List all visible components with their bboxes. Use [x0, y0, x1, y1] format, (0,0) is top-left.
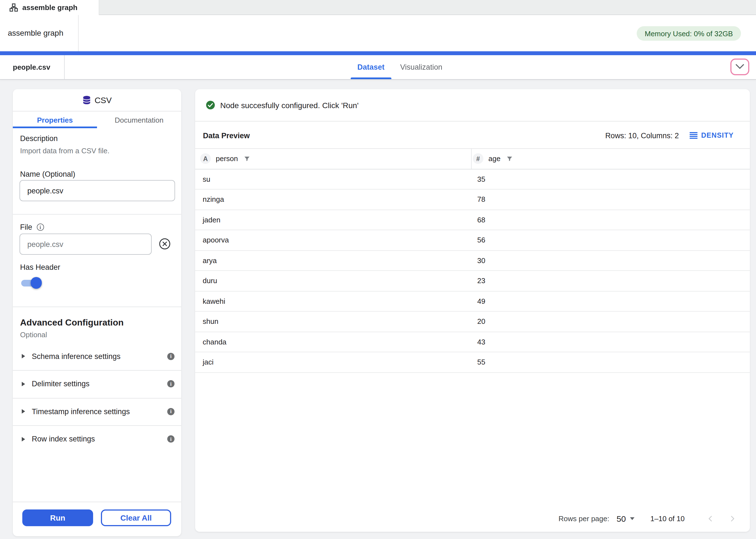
file-label-row: File	[20, 223, 44, 231]
info-icon[interactable]	[167, 352, 175, 360]
info-icon[interactable]	[37, 223, 44, 231]
status-message: Node succesfully configured. Click 'Run'	[220, 101, 359, 110]
file-input[interactable]	[20, 234, 152, 255]
cell-person: arya	[203, 251, 217, 270]
advanced-configuration-title: Advanced Configuration	[20, 318, 124, 328]
cell-age: 78	[477, 190, 485, 209]
table-row[interactable]: shun 20	[195, 312, 750, 332]
tab-documentation[interactable]: Documentation	[97, 112, 181, 128]
previous-page-button[interactable]	[707, 515, 714, 522]
has-header-toggle[interactable]	[20, 277, 42, 289]
column-header-person[interactable]: A person	[200, 149, 250, 169]
cell-age: 20	[477, 312, 485, 331]
node-status-row: Node succesfully configured. Click 'Run'	[206, 100, 359, 110]
graph-icon	[10, 3, 18, 12]
caret-right-icon	[22, 409, 25, 414]
rows-columns-summary: Rows: 10, Columns: 2	[605, 131, 679, 140]
cell-person: shun	[203, 312, 218, 331]
density-label: DENSITY	[701, 131, 734, 139]
divider	[195, 121, 750, 121]
table-row[interactable]: chanda 43	[195, 332, 750, 352]
table-header: A person # age	[195, 148, 750, 169]
next-page-button[interactable]	[729, 515, 736, 522]
column-divider	[471, 149, 472, 169]
filter-funnel-icon[interactable]	[506, 156, 513, 162]
caret-right-icon	[22, 354, 25, 358]
column-type-badge: #	[473, 154, 483, 164]
table-row[interactable]: arya 30	[195, 251, 750, 271]
table-row[interactable]: su 35	[195, 169, 750, 190]
app-header: assemble graph Memory Used: 0% of 32GB	[0, 15, 756, 51]
file-tab-people-csv[interactable]: people.csv	[13, 55, 50, 79]
table-row[interactable]: jaci 55	[195, 352, 750, 373]
accordion-delimiter-settings[interactable]: Delimiter settings	[13, 375, 181, 393]
cell-person: nzinga	[203, 190, 224, 209]
name-label: Name (Optional)	[20, 170, 75, 178]
cell-person: kawehi	[203, 291, 225, 311]
browser-tabstrip: assemble graph	[0, 0, 756, 15]
document-tab-bar: people.csv Dataset Visualization	[0, 55, 756, 79]
column-header-age[interactable]: # age	[473, 149, 513, 169]
cell-age: 35	[477, 169, 485, 189]
accordion-row-index-settings[interactable]: Row index settings	[13, 430, 181, 448]
filter-funnel-icon[interactable]	[244, 156, 250, 162]
table-row[interactable]: nzinga 78	[195, 190, 750, 210]
divider	[13, 370, 181, 371]
accordion-label: Row index settings	[32, 435, 95, 443]
table-row[interactable]: kawehi 49	[195, 291, 750, 312]
node-type-label: CSV	[95, 95, 112, 105]
data-preview-panel: Node succesfully configured. Click 'Run'…	[195, 89, 750, 532]
view-tabs: Dataset Visualization	[356, 55, 444, 79]
name-input[interactable]	[20, 180, 175, 201]
table-row[interactable]: duru 23	[195, 271, 750, 291]
table-row[interactable]: apoorva 56	[195, 230, 750, 251]
info-icon[interactable]	[167, 408, 175, 415]
clear-all-button[interactable]: Clear All	[101, 509, 171, 526]
tab-properties[interactable]: Properties	[13, 112, 97, 128]
table-row[interactable]: jaden 68	[195, 210, 750, 230]
active-tab-underline	[13, 126, 97, 128]
info-icon[interactable]	[167, 435, 175, 442]
accordion-label: Timestamp inference settings	[32, 407, 130, 416]
app-root: assemble graph assemble graph Memory Use…	[0, 0, 756, 539]
memory-usage-badge: Memory Used: 0% of 32GB	[637, 26, 741, 41]
density-lines-icon	[689, 132, 697, 139]
cell-age: 68	[477, 210, 485, 230]
rows-per-page-value[interactable]: 50	[617, 514, 626, 523]
content-area: CSV Properties Documentation Description…	[0, 79, 756, 539]
database-icon	[82, 95, 91, 105]
divider	[13, 425, 181, 426]
accordion-label: Delimiter settings	[32, 380, 90, 388]
accordion-timestamp-inference-settings[interactable]: Timestamp inference settings	[13, 403, 181, 420]
browser-tab-title: assemble graph	[22, 3, 77, 12]
pagination: Rows per page: 50 1–10 of 10	[559, 510, 736, 526]
cell-age: 49	[477, 291, 485, 311]
toggle-knob	[31, 277, 42, 288]
clear-file-button[interactable]	[159, 238, 171, 250]
run-button[interactable]: Run	[22, 509, 93, 526]
caret-right-icon	[22, 437, 25, 441]
tab-dataset[interactable]: Dataset	[356, 55, 386, 79]
tab-visualization[interactable]: Visualization	[399, 55, 444, 79]
divider	[13, 398, 181, 398]
advanced-configuration-subtitle: Optional	[20, 331, 47, 339]
density-toggle[interactable]: DENSITY	[689, 131, 734, 139]
dropdown-caret-icon[interactable]	[630, 517, 634, 520]
cell-person: jaci	[203, 352, 213, 372]
data-preview-title: Data Preview	[203, 131, 250, 140]
caret-right-icon	[22, 382, 25, 386]
cell-age: 43	[477, 332, 485, 352]
cell-person: su	[203, 169, 210, 189]
divider	[78, 15, 79, 51]
browser-tab-assemble-graph[interactable]: assemble graph	[0, 0, 99, 15]
accent-divider-bar	[0, 51, 756, 55]
accordion-schema-inference-settings[interactable]: Schema inference settings	[13, 347, 181, 365]
accordion-label: Schema inference settings	[32, 352, 121, 360]
has-header-label: Has Header	[20, 263, 60, 271]
preview-meta: Rows: 10, Columns: 2 DENSITY	[605, 129, 734, 142]
cell-age: 30	[477, 251, 485, 270]
description-label: Description	[20, 134, 58, 143]
info-icon[interactable]	[167, 380, 175, 387]
divider	[13, 214, 181, 215]
collapse-panel-button[interactable]	[730, 58, 749, 75]
